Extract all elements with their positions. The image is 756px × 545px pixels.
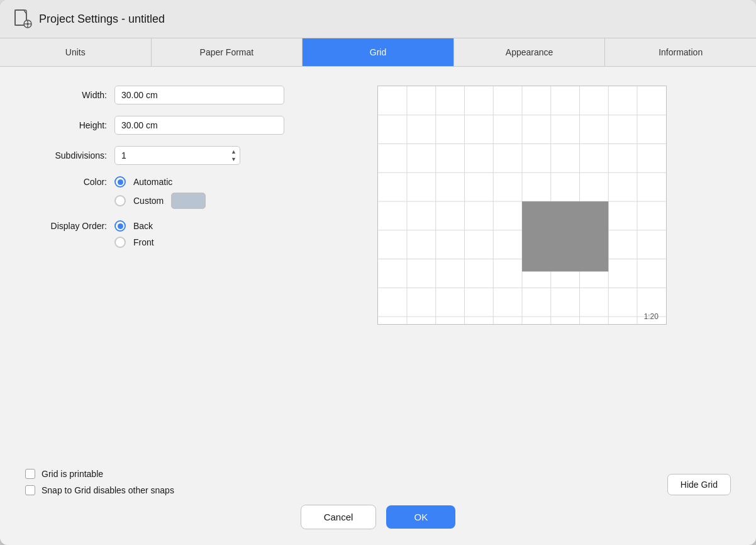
custom-label: Custom (133, 196, 164, 206)
tab-paper-format[interactable]: Paper Format (152, 38, 303, 66)
tab-units[interactable]: Units (0, 38, 152, 66)
display-order-row-back: Display Order: Back (25, 220, 352, 232)
tab-information[interactable]: Information (605, 38, 756, 66)
height-label: Height: (25, 120, 107, 130)
tab-grid[interactable]: Grid (303, 38, 454, 66)
svg-point-2 (26, 23, 29, 25)
subdivisions-label: Subdivisions: (25, 150, 107, 160)
tab-appearance[interactable]: Appearance (454, 38, 606, 66)
radio-back[interactable] (114, 220, 126, 232)
grid-preview-section: 1:20 (377, 86, 667, 325)
ok-button[interactable]: OK (386, 505, 455, 529)
spinner-arrows[interactable]: ▲ ▼ (230, 149, 238, 163)
height-row: Height: (25, 116, 352, 135)
front-label: Front (133, 237, 154, 247)
svg-rect-21 (522, 201, 608, 271)
spinner-down-icon[interactable]: ▼ (230, 156, 238, 163)
content-area: Width: Height: Subdivisions: ▲ ▼ (0, 67, 756, 466)
grid-preview-svg: 1:20 (378, 86, 666, 324)
printable-checkbox[interactable] (25, 469, 35, 479)
subdivisions-input[interactable] (114, 146, 240, 165)
color-label: Color: (25, 177, 107, 187)
snap-label: Snap to Grid disables other snaps (42, 485, 174, 495)
color-swatch[interactable] (171, 193, 206, 209)
display-order-section: Display Order: Back Front (25, 220, 352, 248)
width-input[interactable] (114, 86, 284, 104)
cancel-button[interactable]: Cancel (301, 505, 377, 529)
footer: Cancel OK (0, 495, 756, 545)
grid-preview: 1:20 (377, 86, 667, 325)
bottom-row: Grid is printable Snap to Grid disables … (0, 469, 756, 495)
printable-checkbox-row: Grid is printable (25, 469, 174, 479)
display-order-row-front: Front (25, 237, 352, 248)
dialog-title: Project Settings - untitled (39, 13, 165, 26)
radio-custom[interactable] (114, 195, 126, 206)
radio-front[interactable] (114, 237, 126, 248)
width-label: Width: (25, 90, 107, 100)
subdivisions-row: Subdivisions: ▲ ▼ (25, 146, 352, 165)
printable-label: Grid is printable (42, 469, 103, 479)
radio-automatic[interactable] (114, 176, 126, 188)
project-settings-dialog: Project Settings - untitled Units Paper … (0, 0, 756, 545)
snap-checkbox-row: Snap to Grid disables other snaps (25, 485, 174, 495)
back-label: Back (133, 221, 153, 231)
hide-grid-button[interactable]: Hide Grid (667, 474, 731, 495)
tab-bar: Units Paper Format Grid Appearance Infor… (0, 38, 756, 67)
color-row-automatic: Color: Automatic (25, 176, 352, 188)
form-section: Width: Height: Subdivisions: ▲ ▼ (25, 86, 352, 248)
color-section: Color: Automatic Custom (25, 176, 352, 209)
subdivisions-spinner: ▲ ▼ (114, 146, 240, 165)
main-section: Width: Height: Subdivisions: ▲ ▼ (25, 86, 731, 325)
snap-checkbox[interactable] (25, 485, 35, 495)
color-row-custom: Custom (25, 193, 352, 209)
checkboxes-section: Grid is printable Snap to Grid disables … (25, 469, 174, 495)
height-input[interactable] (114, 116, 284, 135)
spinner-up-icon[interactable]: ▲ (230, 149, 238, 155)
width-row: Width: (25, 86, 352, 104)
document-settings-icon (13, 9, 33, 29)
automatic-label: Automatic (133, 177, 172, 187)
title-bar: Project Settings - untitled (0, 0, 756, 38)
svg-text:1:20: 1:20 (644, 312, 659, 321)
display-order-label: Display Order: (25, 221, 107, 231)
